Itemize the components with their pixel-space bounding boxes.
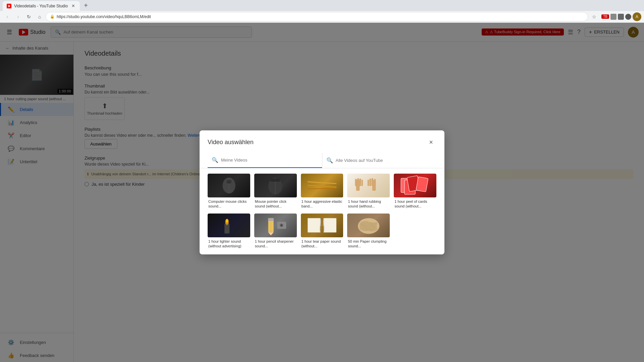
video-card[interactable]: 1 hour hand rubbing sound (without...: [347, 174, 390, 209]
video-select-modal: Video auswählen × 🔍 🔍: [200, 130, 444, 255]
pencil-visual: [256, 215, 294, 236]
modal-search-row: 🔍 🔍: [200, 153, 444, 168]
svg-rect-15: [374, 179, 376, 186]
tab-title: Videodetails - YouTube Studio: [14, 4, 68, 8]
ext-icon-2: [618, 14, 624, 20]
modal-close-icon: ×: [429, 138, 433, 146]
modal-close-button[interactable]: ×: [426, 137, 436, 148]
tab-favicon: [7, 4, 11, 8]
modal-search-icon-1: 🔍: [212, 157, 218, 163]
video-card[interactable]: Computer mouse clicks sound...: [208, 174, 250, 209]
address-bar[interactable]: 🔒 https://studio.youtube.com/video/hquLB…: [46, 12, 588, 21]
browser-bookmark-button[interactable]: ☆: [589, 12, 599, 21]
svg-rect-36: [324, 218, 336, 233]
video-thumb-6: [208, 214, 250, 237]
ext-icon-3: [625, 14, 631, 20]
svg-line-7: [308, 185, 336, 187]
tubebuddy-ext-icon: TB: [601, 14, 609, 19]
profile-avatar[interactable]: A: [633, 12, 641, 21]
lighter-visual: [210, 215, 248, 236]
video-card-title-1: Computer mouse clicks sound...: [208, 197, 250, 209]
video-card-title-6: 1 hour lighter sound (without advertisin…: [208, 237, 250, 249]
svg-rect-5: [271, 178, 280, 182]
svg-rect-18: [368, 180, 369, 186]
nav-forward-button[interactable]: ›: [13, 12, 23, 21]
cards-visual: [396, 175, 434, 196]
video-card-title-5: 1 hour peel of cards sound (without...: [394, 197, 436, 209]
video-card-title-9: 50 min Paper clumpling sound...: [347, 237, 390, 249]
svg-line-8: [308, 188, 336, 189]
video-card[interactable]: Mouse pointer click sound (without...: [254, 174, 297, 209]
video-thumb-5: [394, 174, 436, 197]
video-thumb-8: [301, 214, 343, 237]
video-card[interactable]: 1 hour pencil sharpener sound...: [254, 214, 297, 249]
address-lock-icon: 🔒: [50, 14, 55, 19]
modal-backdrop: Video auswählen × 🔍 🔍: [0, 23, 644, 362]
svg-rect-12: [359, 179, 361, 186]
new-tab-button[interactable]: +: [81, 1, 91, 10]
video-card-title-2: Mouse pointer click sound (without...: [254, 197, 297, 209]
video-grid: Computer mouse clicks sound... Mouse poi…: [208, 174, 436, 249]
svg-rect-10: [355, 179, 357, 186]
yt-app: ☰ Studio 🔍 ⚠ ⚠ TubeBuddy Sign-in Require…: [0, 23, 644, 362]
svg-point-26: [226, 219, 228, 223]
ext-icon-1: [610, 14, 616, 20]
modal-search-box-mine[interactable]: 🔍: [208, 153, 322, 168]
address-url: https://studio.youtube.com/video/hquLBB6…: [57, 14, 151, 19]
svg-rect-17: [369, 179, 371, 186]
video-card-title-3: 1 hour aggressive elastic band...: [301, 197, 343, 209]
svg-rect-16: [371, 178, 373, 186]
video-thumb-9: [347, 214, 390, 237]
svg-rect-35: [308, 218, 320, 233]
video-card[interactable]: 1 hour peel of cards sound (without...: [394, 174, 436, 209]
svg-marker-29: [268, 233, 274, 236]
video-card[interactable]: 1 hour aggressive elastic band...: [301, 174, 343, 209]
modal-search-icon-2: 🔍: [326, 157, 333, 164]
modal-search-input-youtube[interactable]: [336, 158, 433, 163]
elastic-visual: [303, 175, 341, 196]
video-card[interactable]: 50 min Paper clumpling sound...: [347, 214, 390, 249]
browser-tabs-bar: Videodetails - YouTube Studio ✕ +: [0, 0, 644, 11]
video-card-title-4: 1 hour hand rubbing sound (without...: [347, 197, 390, 209]
paper-tear-visual: [303, 215, 341, 236]
modal-search-box-youtube[interactable]: 🔍: [322, 153, 437, 168]
svg-point-2: [226, 180, 231, 183]
modal-search-input-mine[interactable]: [221, 158, 318, 163]
svg-rect-13: [361, 180, 363, 186]
svg-rect-22: [416, 177, 428, 192]
svg-line-6: [308, 182, 336, 184]
nav-home-button[interactable]: ⌂: [35, 12, 44, 21]
nav-back-button[interactable]: ‹: [3, 12, 12, 21]
video-card-title-7: 1 hour pencil sharpener sound...: [254, 237, 297, 249]
video-thumb-2: [254, 174, 297, 197]
video-card[interactable]: 1 hour lighter sound (without advertisin…: [208, 214, 250, 249]
video-card[interactable]: 1 hour tear paper sound (without...: [301, 214, 343, 249]
svg-point-34: [281, 225, 282, 226]
video-thumb-7: [254, 214, 297, 237]
video-thumb-3: [301, 174, 343, 197]
browser-chrome: Videodetails - YouTube Studio ✕ + ‹ › ↻ …: [0, 0, 644, 23]
crumple-visual: [350, 215, 388, 236]
mouse-visual-2: [258, 176, 292, 195]
video-thumb-1: [208, 174, 250, 197]
browser-extensions-area: TB A: [601, 12, 641, 21]
svg-rect-11: [357, 178, 359, 186]
video-thumb-4: [347, 174, 390, 197]
video-card-title-8: 1 hour tear paper sound (without...: [301, 237, 343, 249]
mouse-visual-1: [212, 176, 246, 195]
browser-nav-bar: ‹ › ↻ ⌂ 🔒 https://studio.youtube.com/vid…: [0, 11, 644, 23]
tab-close-icon[interactable]: ✕: [70, 3, 76, 9]
modal-header: Video auswählen ×: [200, 130, 444, 153]
browser-tab-active[interactable]: Videodetails - YouTube Studio ✕: [3, 1, 80, 11]
hands-visual: [350, 175, 388, 196]
modal-title: Video auswählen: [208, 139, 254, 146]
nav-refresh-button[interactable]: ↻: [24, 12, 34, 21]
modal-body: Computer mouse clicks sound... Mouse poi…: [200, 168, 444, 255]
